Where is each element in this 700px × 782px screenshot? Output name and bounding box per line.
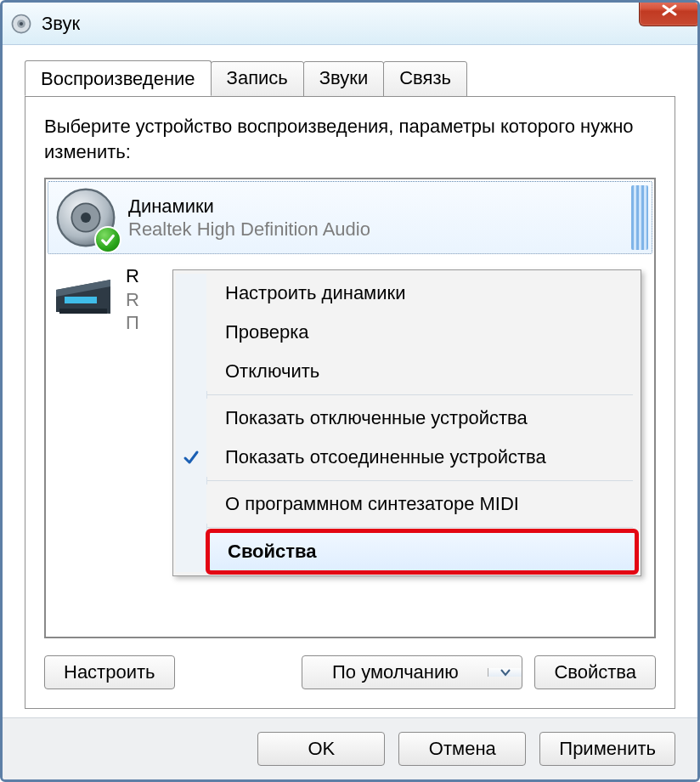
- menu-separator: [206, 394, 633, 395]
- svg-point-2: [20, 21, 23, 25]
- menu-label: Показать отсоединенные устройства: [225, 446, 546, 468]
- tab-sounds[interactable]: Звуки: [303, 61, 384, 97]
- device-name: Динамики: [128, 195, 370, 218]
- menu-separator: [206, 480, 633, 481]
- menu-label: О программном синтезаторе MIDI: [225, 493, 519, 514]
- menu-item-properties[interactable]: Свойства: [208, 531, 636, 572]
- context-menu: Настроить динамики Проверка Отключить По…: [172, 269, 641, 576]
- device-text: Динамики Realtek High Definition Audio: [128, 195, 370, 241]
- menu-label: Показать отключенные устройства: [225, 407, 528, 428]
- svg-rect-8: [65, 297, 97, 303]
- menu-item-test[interactable]: Проверка: [206, 313, 638, 352]
- cancel-button[interactable]: Отмена: [398, 732, 526, 766]
- button-label: Отмена: [429, 738, 496, 760]
- tab-label: Звуки: [319, 67, 368, 88]
- device-text: R R П: [126, 264, 139, 335]
- device-item-speakers[interactable]: Динамики Realtek High Definition Audio: [48, 181, 652, 254]
- svg-point-5: [81, 212, 91, 223]
- speaker-icon: [54, 185, 118, 250]
- titlebar[interactable]: Звук: [3, 3, 697, 45]
- close-icon: [661, 4, 678, 16]
- device-subtitle: R: [126, 288, 139, 312]
- window-title: Звук: [42, 13, 80, 35]
- menu-item-show-disconnected[interactable]: Показать отсоединенные устройства: [206, 438, 638, 477]
- device-subtitle: Realtek High Definition Audio: [128, 218, 370, 241]
- menu-label: Настроить динамики: [225, 282, 405, 303]
- button-label: Применить: [559, 738, 656, 760]
- tab-label: Запись: [227, 67, 288, 88]
- button-label: По умолчанию: [302, 661, 488, 683]
- device-line3: П: [126, 311, 139, 335]
- set-default-button[interactable]: По умолчанию: [302, 655, 522, 689]
- dropdown-arrow-icon[interactable]: [488, 668, 522, 677]
- tab-label: Воспроизведение: [41, 68, 195, 89]
- menu-label: Свойства: [228, 541, 317, 562]
- menu-separator: [206, 527, 633, 528]
- sound-dialog: Звук Воспроизведение Запись Звуки Связь …: [0, 0, 700, 782]
- dialog-button-bar: OK Отмена Применить: [3, 717, 697, 779]
- configure-button[interactable]: Настроить: [44, 655, 175, 689]
- instruction-text: Выберите устройство воспроизведения, пар…: [44, 114, 656, 164]
- checkmark-icon: [183, 449, 200, 466]
- tab-playback[interactable]: Воспроизведение: [25, 60, 212, 96]
- menu-item-disable[interactable]: Отключить: [206, 352, 638, 391]
- sound-icon: [9, 12, 33, 36]
- dialog-body: Воспроизведение Запись Звуки Связь Выбер…: [3, 45, 697, 717]
- panel-button-row: Настроить По умолчанию Свойства: [44, 655, 656, 689]
- menu-label: Отключить: [225, 360, 319, 382]
- menu-label: Проверка: [225, 321, 309, 343]
- button-label: Настроить: [64, 661, 155, 683]
- svg-rect-9: [59, 309, 107, 314]
- properties-button[interactable]: Свойства: [534, 655, 656, 689]
- button-label: Свойства: [554, 661, 636, 683]
- menu-item-configure[interactable]: Настроить динамики: [206, 274, 638, 313]
- menu-item-show-disabled[interactable]: Показать отключенные устройства: [206, 399, 638, 438]
- apply-button[interactable]: Применить: [539, 732, 675, 766]
- tab-communications[interactable]: Связь: [383, 61, 467, 97]
- tabstrip: Воспроизведение Запись Звуки Связь: [25, 60, 675, 96]
- menu-item-about-midi[interactable]: О программном синтезаторе MIDI: [206, 484, 638, 524]
- dac-icon: [51, 264, 116, 329]
- device-name: R: [126, 264, 139, 288]
- tab-recording[interactable]: Запись: [211, 61, 304, 97]
- tab-label: Связь: [399, 67, 451, 88]
- ok-button[interactable]: OK: [257, 732, 385, 766]
- close-button[interactable]: [639, 0, 700, 26]
- button-label: OK: [308, 738, 335, 760]
